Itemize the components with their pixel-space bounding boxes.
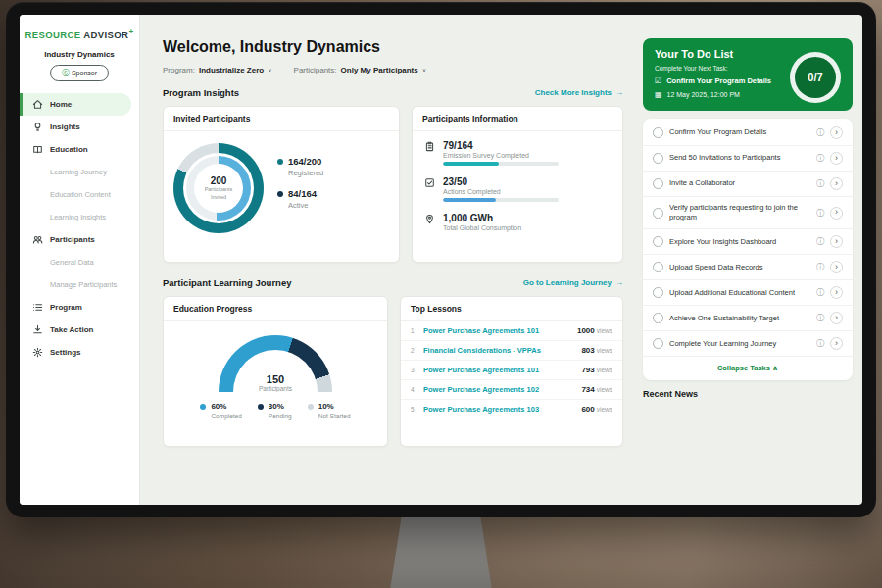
lesson-link[interactable]: Power Purchase Agreements 102 <box>423 385 575 394</box>
lesson-link[interactable]: Financial Considerations - VPPAs <box>423 346 575 355</box>
task-checkbox[interactable] <box>653 287 663 298</box>
participants-value: Only My Participants <box>341 66 418 74</box>
sidebar-item-program[interactable]: Program <box>20 296 139 318</box>
collapse-tasks-button[interactable]: Collapse Tasks ∧ <box>643 357 853 378</box>
task-checkbox[interactable] <box>653 236 663 247</box>
brand-primary: RESOURCE <box>25 29 81 40</box>
task-checkbox[interactable] <box>653 178 663 189</box>
info-icon[interactable]: ⓘ <box>816 208 824 219</box>
task-row[interactable]: Complete Your Learning Journey ⓘ › <box>643 331 853 357</box>
sidebar-item-education[interactable]: Education <box>20 138 139 161</box>
education-icon <box>32 144 43 155</box>
participants-dropdown[interactable]: Participants: Only My Participants ∨ <box>294 66 427 74</box>
info-icon[interactable]: ⓘ <box>816 153 824 164</box>
sidebar-item-home[interactable]: Home <box>20 93 131 116</box>
task-row[interactable]: Explore Your Insights Dashboard ⓘ › <box>643 229 853 255</box>
info-icon[interactable]: ⓘ <box>816 178 824 189</box>
lesson-views: 600views <box>581 405 612 414</box>
task-label: Send 50 Invitations to Participants <box>669 153 810 163</box>
views-suffix: views <box>597 386 612 393</box>
sidebar-item-learning-insights[interactable]: Learning Insights <box>20 206 139 228</box>
sidebar-item-general-data[interactable]: General Data <box>20 251 139 273</box>
link-label: Check More Insights <box>535 88 612 97</box>
top-lessons-card: Top Lessons 1 Power Purchase Agreements … <box>400 296 623 447</box>
task-checkbox[interactable] <box>653 127 663 138</box>
metric-row: 79/164 Emission Survey Completed <box>424 140 611 166</box>
go-to-learning-journey-link[interactable]: Go to Learning Journey → <box>523 278 623 287</box>
learning-journey-header: Participant Learning Journey Go to Learn… <box>163 277 623 288</box>
collapse-label: Collapse Tasks <box>717 364 770 372</box>
arrow-right-icon: → <box>615 88 623 97</box>
task-checkbox[interactable] <box>653 338 663 349</box>
info-icon[interactable]: ⓘ <box>816 313 824 323</box>
sidebar-item-education-content[interactable]: Education Content <box>20 183 139 206</box>
lesson-link[interactable]: Power Purchase Agreements 101 <box>423 366 575 374</box>
donut-center-value: 200 <box>211 175 227 186</box>
chevron-right-icon[interactable]: › <box>830 177 843 190</box>
chevron-right-icon[interactable]: › <box>830 235 843 248</box>
next-task-label: Confirm Your Program Details <box>666 76 771 85</box>
task-checkbox[interactable] <box>653 153 663 164</box>
lesson-link[interactable]: Power Purchase Agreements 103 <box>423 405 575 414</box>
lesson-link[interactable]: Power Purchase Agreements 101 <box>423 326 571 335</box>
info-icon[interactable]: ⓘ <box>816 127 824 138</box>
task-row[interactable]: Upload Spend Data Records ⓘ › <box>643 255 853 280</box>
sidebar-item-settings[interactable]: Settings <box>20 341 139 364</box>
info-icon[interactable]: ⓘ <box>816 287 824 298</box>
progress-fill <box>443 162 499 166</box>
sidebar-item-insights[interactable]: Insights <box>20 116 139 138</box>
task-row[interactable]: Invite a Collaborator ⓘ › <box>643 172 853 197</box>
lesson-row: 2 Financial Considerations - VPPAs 803vi… <box>401 341 622 361</box>
sidebar-item-label: Home <box>50 100 72 109</box>
views-suffix: views <box>597 347 612 354</box>
chevron-right-icon[interactable]: › <box>830 312 843 324</box>
views-suffix: views <box>597 406 612 413</box>
task-row[interactable]: Confirm Your Program Details ⓘ › <box>643 121 853 146</box>
sponsor-badge[interactable]: ⓈSponsor <box>50 65 109 81</box>
chevron-right-icon[interactable]: › <box>830 207 843 220</box>
sidebar-item-manage-participants[interactable]: Manage Participants <box>20 273 139 296</box>
metric-label: Total Global Consumption <box>443 224 521 231</box>
task-row[interactable]: Achieve One Sustainability Target ⓘ › <box>643 306 853 331</box>
sidebar-menu: Home Insights Education Learning Journey <box>20 93 139 364</box>
chevron-right-icon[interactable]: › <box>830 286 843 299</box>
info-icon[interactable]: ⓘ <box>816 236 824 247</box>
org-name: Industry Dynamics <box>20 50 139 59</box>
views-suffix: views <box>597 327 612 334</box>
insights-cards-row: Invited Participants 200 Participants In… <box>163 106 623 263</box>
sidebar-item-learning-journey[interactable]: Learning Journey <box>20 161 139 183</box>
task-row[interactable]: Upload Additional Educational Content ⓘ … <box>643 280 853 306</box>
card-title: Invited Participants <box>164 107 399 131</box>
sidebar-item-take-action[interactable]: Take Action <box>20 318 139 341</box>
sidebar: RESOURCE ADVISOR+ Industry Dynamics ⓈSpo… <box>20 15 140 505</box>
sidebar-item-label: Participants <box>50 235 95 244</box>
legend-value: 164/200 <box>288 156 321 167</box>
sidebar-item-participants[interactable]: Participants <box>20 228 139 251</box>
task-row[interactable]: Verify participants requesting to join t… <box>643 197 853 229</box>
sponsor-badge-label: Sponsor <box>72 70 97 76</box>
sidebar-item-label: Settings <box>50 348 81 357</box>
task-checkbox[interactable] <box>653 262 663 272</box>
task-checkbox[interactable] <box>653 313 663 323</box>
insights-icon <box>32 122 43 132</box>
check-more-insights-link[interactable]: Check More Insights → <box>535 88 623 97</box>
task-row[interactable]: Send 50 Invitations to Participants ⓘ › <box>643 146 853 172</box>
dashboard-screen: RESOURCE ADVISOR+ Industry Dynamics ⓈSpo… <box>20 15 862 505</box>
chevron-right-icon[interactable]: › <box>830 261 843 273</box>
chevron-right-icon[interactable]: › <box>830 152 843 165</box>
chevron-right-icon[interactable]: › <box>830 337 843 350</box>
due-date-label: 12 May 2025, 12:00 PM <box>667 91 740 98</box>
donut-center-label: Participants Invited <box>201 186 236 200</box>
task-checkbox[interactable] <box>653 208 663 219</box>
card-title: Top Lessons <box>401 297 622 321</box>
legend-value: 10% <box>318 402 334 411</box>
legend-label: Active <box>288 201 323 210</box>
todo-task-list: Confirm Your Program Details ⓘ › Send 50… <box>643 119 853 380</box>
chevron-right-icon[interactable]: › <box>830 126 843 139</box>
info-icon[interactable]: ⓘ <box>816 262 824 272</box>
donut-center: 200 Participants Invited <box>173 143 264 233</box>
todo-next-task[interactable]: ☑ Confirm Your Program Details <box>655 76 787 85</box>
metric-row: 23/50 Actions Completed <box>424 176 611 202</box>
info-icon[interactable]: ⓘ <box>816 338 824 349</box>
program-dropdown[interactable]: Program: Industrialize Zero ∨ <box>163 66 272 74</box>
